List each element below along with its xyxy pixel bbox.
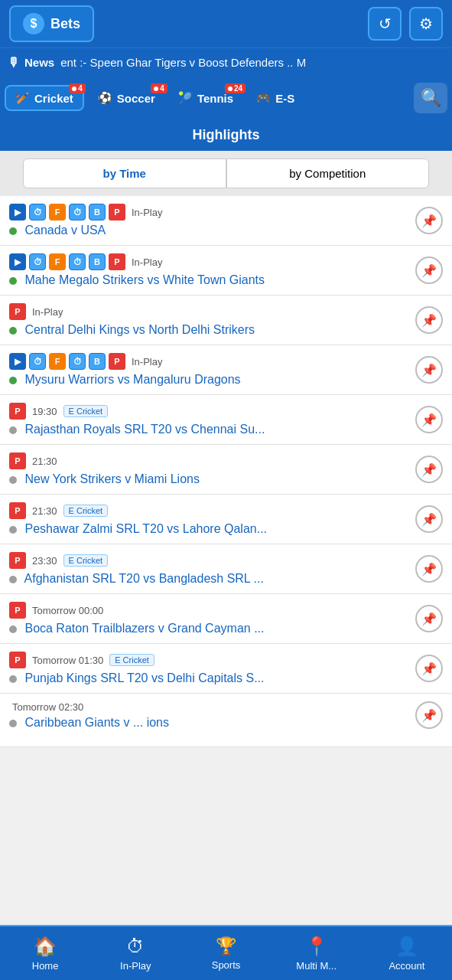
match-left: Tomorrow 02:30 Caribbean Giants v ... io… bbox=[9, 701, 408, 730]
pin-button[interactable]: 📌 bbox=[415, 701, 443, 729]
pin-button[interactable]: 📌 bbox=[415, 207, 443, 234]
bets-button[interactable]: $ Bets bbox=[9, 5, 94, 42]
match-left: P 23:30 E Cricket Afghanistan SRL T20 vs… bbox=[9, 552, 408, 586]
pin-button[interactable]: 📌 bbox=[415, 456, 443, 483]
play-icon: ▶ bbox=[9, 353, 26, 370]
match-item[interactable]: ▶ ⏱ F ⏱ B P In-Play Mahe Megalo Strikers… bbox=[0, 246, 452, 296]
match-item-partial[interactable]: Tomorrow 02:30 Caribbean Giants v ... io… bbox=[0, 694, 452, 747]
mic-icon: 🎙 bbox=[8, 56, 20, 70]
gray-dot bbox=[9, 476, 17, 484]
p-icon: P bbox=[9, 602, 26, 619]
clock-icon: ⏱ bbox=[29, 204, 46, 220]
match-icons: ▶ ⏱ F ⏱ B P In-Play bbox=[9, 353, 408, 370]
match-item[interactable]: P In-Play Central Delhi Kings vs North D… bbox=[0, 296, 452, 345]
cricket-badge: E Cricket bbox=[109, 654, 154, 666]
nav-inplay-label: In-Play bbox=[120, 960, 151, 972]
tennis-tab-label: Tennis bbox=[197, 92, 233, 105]
nav-home[interactable]: 🏠 Home bbox=[0, 926, 90, 980]
refresh-button[interactable]: ↺ bbox=[368, 7, 402, 41]
match-item[interactable]: P 23:30 E Cricket Afghanistan SRL T20 vs… bbox=[0, 544, 452, 594]
nav-sports-label: Sports bbox=[212, 959, 241, 971]
match-item[interactable]: P Tomorrow 00:00 Boca Raton Trailblazers… bbox=[0, 594, 452, 644]
esports-tab-icon: 🎮 bbox=[256, 91, 271, 105]
tennis-badge: 24 bbox=[225, 83, 246, 93]
match-icons: P 19:30 E Cricket bbox=[9, 403, 408, 420]
match-left: ▶ ⏱ F ⏱ B P In-Play Mahe Megalo Strikers… bbox=[9, 253, 408, 287]
nav-account[interactable]: 👤 Account bbox=[362, 926, 452, 980]
time-badge: Tomorrow 02:30 bbox=[12, 701, 83, 713]
match-item[interactable]: P 21:30 New York Strikers v Miami Lions … bbox=[0, 445, 452, 495]
highlights-header: Highlights bbox=[0, 119, 452, 151]
pin-button[interactable]: 📌 bbox=[415, 655, 443, 682]
clock2-icon: ⏱ bbox=[69, 253, 86, 270]
cricket-tab-icon: 🏏 bbox=[15, 91, 30, 105]
p-icon: P bbox=[109, 204, 125, 220]
match-left: P In-Play Central Delhi Kings vs North D… bbox=[9, 303, 408, 337]
tab-soccer[interactable]: ⚽ Soccer 4 bbox=[89, 87, 164, 109]
sport-tabs: 🏏 Cricket 4 ⚽ Soccer 4 🎾 Tennis 24 🎮 E-S… bbox=[0, 77, 452, 119]
match-left: P 21:30 E Cricket Peshawar Zalmi SRL T20… bbox=[9, 502, 408, 536]
multim-icon: 📍 bbox=[305, 936, 328, 957]
pin-button[interactable]: 📌 bbox=[415, 306, 443, 334]
filter-time-label: by Time bbox=[103, 167, 146, 180]
settings-button[interactable]: ⚙ bbox=[409, 7, 443, 41]
inplay-badge: In-Play bbox=[132, 356, 162, 368]
match-icons: P 21:30 E Cricket bbox=[9, 502, 408, 519]
match-icons: ▶ ⏱ F ⏱ B P In-Play bbox=[9, 204, 408, 220]
tab-esports[interactable]: 🎮 E-S bbox=[247, 87, 304, 109]
p-icon: P bbox=[9, 502, 26, 519]
gray-dot bbox=[9, 426, 17, 434]
inplay-icon: ⏱ bbox=[126, 936, 145, 957]
live-dot bbox=[9, 377, 17, 384]
filter-by-time[interactable]: by Time bbox=[23, 158, 226, 188]
soccer-tab-label: Soccer bbox=[117, 92, 155, 105]
pin-button[interactable]: 📌 bbox=[415, 356, 443, 384]
pin-button[interactable]: 📌 bbox=[415, 605, 443, 632]
nav-multim[interactable]: 📍 Multi M... bbox=[272, 926, 362, 980]
soccer-tab-icon: ⚽ bbox=[98, 91, 112, 105]
search-tab[interactable]: 🔍 bbox=[414, 83, 447, 113]
p-icon: P bbox=[9, 652, 26, 668]
gray-dot bbox=[9, 576, 17, 583]
match-icons: P 23:30 E Cricket bbox=[9, 552, 408, 569]
match-icons: ▶ ⏱ F ⏱ B P In-Play bbox=[9, 253, 408, 270]
filter-by-competition[interactable]: by Competition bbox=[226, 158, 430, 188]
tab-cricket[interactable]: 🏏 Cricket 4 bbox=[5, 85, 84, 111]
header-actions: ↺ ⚙ bbox=[368, 7, 443, 41]
pin-button[interactable]: 📌 bbox=[415, 555, 443, 583]
match-name: Caribbean Giants v ... ions bbox=[9, 716, 408, 730]
match-icons: P Tomorrow 00:00 bbox=[9, 602, 408, 619]
play-icon: ▶ bbox=[9, 253, 26, 270]
cricket-badge: E Cricket bbox=[63, 405, 109, 417]
header: $ Bets ↺ ⚙ bbox=[0, 0, 452, 47]
pin-button[interactable]: 📌 bbox=[415, 406, 443, 433]
match-left: P 19:30 E Cricket Rajasthan Royals SRL T… bbox=[9, 403, 408, 436]
match-item[interactable]: P Tomorrow 01:30 E Cricket Punjab Kings … bbox=[0, 644, 452, 694]
pin-button[interactable]: 📌 bbox=[415, 256, 443, 284]
f-icon: F bbox=[49, 353, 66, 370]
time-badge: 23:30 bbox=[32, 555, 57, 567]
match-left: P Tomorrow 00:00 Boca Raton Trailblazers… bbox=[9, 602, 408, 635]
match-item[interactable]: ▶ ⏱ F ⏱ B P In-Play Mysuru Warriors vs M… bbox=[0, 345, 452, 395]
gray-dot bbox=[9, 526, 17, 534]
inplay-badge: In-Play bbox=[32, 306, 63, 318]
match-item[interactable]: P 21:30 E Cricket Peshawar Zalmi SRL T20… bbox=[0, 495, 452, 544]
nav-inplay[interactable]: ⏱ In-Play bbox=[90, 926, 180, 980]
cricket-badge: 4 bbox=[69, 83, 86, 93]
match-item[interactable]: ▶ ⏱ F ⏱ B P In-Play Canada v USA 📌 bbox=[0, 196, 452, 246]
p-icon: P bbox=[9, 303, 26, 320]
p-icon: P bbox=[9, 552, 26, 569]
match-icons: P In-Play bbox=[9, 303, 408, 320]
match-name: Boca Raton Trailblazers v Grand Cayman .… bbox=[9, 622, 408, 635]
clock-icon: ⏱ bbox=[29, 253, 46, 270]
clock-icon: ⏱ bbox=[29, 353, 46, 370]
nav-sports[interactable]: 🏆 Sports bbox=[180, 926, 271, 980]
filter-competition-label: by Competition bbox=[289, 167, 366, 180]
pin-button[interactable]: 📌 bbox=[415, 505, 443, 533]
match-item[interactable]: P 19:30 E Cricket Rajasthan Royals SRL T… bbox=[0, 395, 452, 445]
inplay-badge: In-Play bbox=[132, 207, 162, 218]
nav-account-label: Account bbox=[389, 960, 424, 972]
time-badge: 21:30 bbox=[32, 505, 57, 517]
badge-dot bbox=[228, 87, 233, 91]
tab-tennis[interactable]: 🎾 Tennis 24 bbox=[169, 87, 242, 109]
